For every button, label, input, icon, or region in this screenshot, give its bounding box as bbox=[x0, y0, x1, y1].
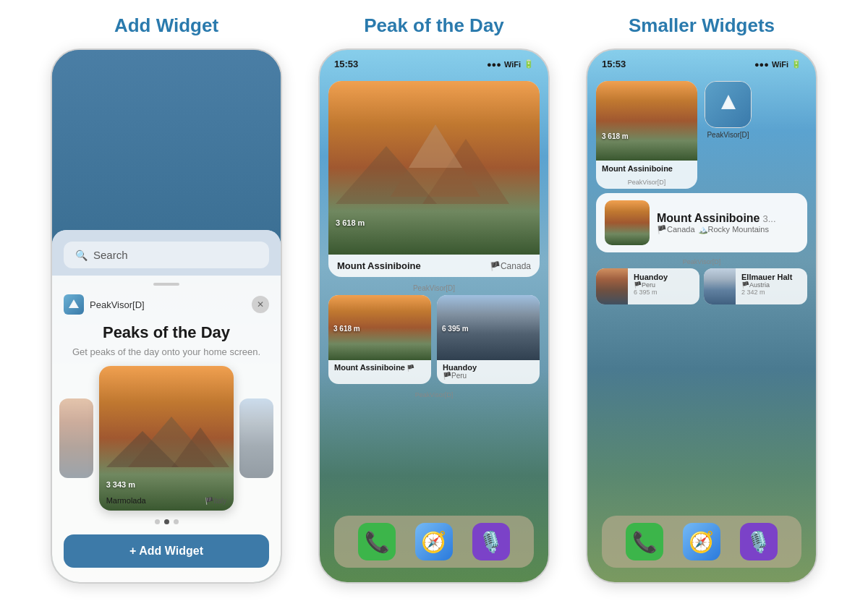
widget-name-row-1: Marmolada 🏴Italy bbox=[106, 496, 227, 505]
wifi-icon-3: WiFi bbox=[772, 60, 788, 69]
app-icon-small bbox=[64, 294, 84, 315]
bsw-info-2: Ellmauer Halt 🏴Austria 2 342 m bbox=[736, 268, 798, 304]
dot-1 bbox=[155, 519, 160, 524]
miw-sub-3: 🏴Canada 🏔️Rocky Mountains bbox=[657, 225, 799, 234]
add-widget-button[interactable]: + Add Widget bbox=[64, 534, 269, 568]
miw-img-3 bbox=[605, 200, 650, 245]
status-icons-3: ●●● WiFi 🔋 bbox=[754, 59, 801, 69]
bsw-country-2: 🏴Austria bbox=[741, 281, 792, 289]
section-2-title: Peak of the Day bbox=[364, 14, 504, 37]
status-bar-2: 15:53 ●●● WiFi 🔋 bbox=[320, 50, 548, 75]
miw-content-3: Mount Assiniboine 3... 🏴Canada 🏔️Rocky M… bbox=[657, 212, 799, 234]
dock-phone-3[interactable]: 📞 bbox=[626, 523, 663, 560]
medium-widget-label-3: PeakVisor[D] bbox=[587, 257, 816, 268]
dock-podcasts-2[interactable]: 🎙️ bbox=[472, 523, 510, 560]
large-widget-peak-name-2: Mount Assiniboine bbox=[337, 260, 421, 271]
sw-footer-2b: Huandoy 🏴Peru bbox=[437, 360, 540, 384]
sw-name-2b: Huandoy bbox=[443, 363, 534, 372]
handle-bar bbox=[153, 283, 179, 286]
search-bar[interactable]: 🔍 Search bbox=[64, 242, 269, 268]
signal-icon-3: ●●● bbox=[754, 60, 769, 69]
status-icons-2: ●●● WiFi 🔋 bbox=[487, 59, 534, 69]
phone-3: 15:53 ●●● WiFi 🔋 3 618 m Mount Assiniboi… bbox=[586, 48, 817, 584]
small-widget-img-2b: 6 395 m bbox=[437, 295, 540, 360]
bsw-elev-2: 2 342 m bbox=[741, 289, 792, 296]
large-widget-2: 3 618 m Mount Assiniboine 🏴Canada bbox=[328, 81, 540, 277]
widget-preview-main: 3 343 m Marmolada 🏴Italy bbox=[99, 366, 234, 511]
small-widget-2b: 6 395 m Huandoy 🏴Peru bbox=[437, 295, 540, 384]
top-large-label-3: PeakVisor[D] bbox=[596, 177, 697, 189]
dock-3: 📞 🧭 🎙️ bbox=[602, 516, 801, 568]
bsw-2: Ellmauer Halt 🏴Austria 2 342 m bbox=[704, 268, 807, 304]
dot-3 bbox=[174, 519, 179, 524]
small-widgets-row-2: 3 618 m Mount Assiniboine🏴 6 395 m Huand… bbox=[328, 295, 540, 384]
dock-safari-2[interactable]: 🧭 bbox=[415, 523, 453, 560]
miw-name-3: Mount Assiniboine bbox=[657, 212, 760, 225]
bsw-name-1: Huandoy bbox=[634, 273, 668, 281]
large-widget-elevation-2: 3 618 m bbox=[336, 218, 365, 227]
battery-icon-3: 🔋 bbox=[791, 59, 801, 69]
bottom-small-row-3: Huandoy 🏴Peru 6 395 m Ellmauer Halt 🏴Aus… bbox=[587, 268, 816, 309]
app-icon-3[interactable] bbox=[705, 81, 752, 128]
section-smaller-widgets: Smaller Widgets 15:53 ●●● WiFi 🔋 3 618 m bbox=[579, 14, 825, 584]
bsw-info-1: Huandoy 🏴Peru 6 395 m bbox=[628, 268, 673, 304]
top-large-widget-3: 3 618 m Mount Assiniboine PeakVisor[D] bbox=[596, 81, 697, 189]
status-time-2: 15:53 bbox=[334, 59, 358, 69]
widget-title: Peaks of the Day bbox=[103, 323, 230, 342]
small-widget-2a: 3 618 m Mount Assiniboine🏴 bbox=[328, 295, 431, 384]
large-widget-country-2: 🏴Canada bbox=[490, 261, 531, 271]
dots-row bbox=[155, 519, 179, 524]
dock-2: 📞 🧭 🎙️ bbox=[334, 516, 534, 568]
wifi-icon: WiFi bbox=[504, 60, 521, 69]
bsw-img-2 bbox=[704, 268, 736, 304]
svg-marker-6 bbox=[409, 124, 462, 168]
app-info-left: PeakVisor[D] bbox=[64, 294, 145, 315]
sw-elevation-2a: 3 618 m bbox=[333, 325, 360, 333]
app-name: PeakVisor[D] bbox=[90, 299, 145, 310]
close-button[interactable]: ✕ bbox=[252, 296, 269, 313]
large-widget-image-2: 3 618 m bbox=[328, 81, 540, 255]
battery-icon: 🔋 bbox=[524, 59, 534, 69]
app-icon-inner-3 bbox=[705, 82, 751, 127]
sw-country-2b: 🏴Peru bbox=[443, 372, 534, 380]
bsw-name-2: Ellmauer Halt bbox=[741, 273, 792, 281]
bsw-img-1 bbox=[596, 268, 628, 304]
miw-country-3: 🏴Canada bbox=[657, 225, 695, 234]
status-bar-3: 15:53 ●●● WiFi 🔋 bbox=[587, 50, 816, 75]
app-icon-container-3: PeakVisor[D] bbox=[705, 81, 752, 139]
section-3-title: Smaller Widgets bbox=[629, 14, 775, 37]
widget-panel: 🔍 Search PeakVisor[D] ✕ Peaks of the Day bbox=[52, 230, 281, 582]
miw-name-row-3: Mount Assiniboine 3... bbox=[657, 212, 799, 225]
section-peak-of-day: Peak of the Day 15:53 ●●● WiFi 🔋 bbox=[311, 14, 557, 584]
widget-country-1: 🏴Italy bbox=[205, 497, 226, 505]
search-container: 🔍 Search bbox=[52, 230, 281, 276]
top-widgets-row-3: 3 618 m Mount Assiniboine PeakVisor[D] P… bbox=[596, 81, 807, 189]
status-time-3: 15:53 bbox=[602, 59, 626, 69]
miw-elevation-suffix-3: 3... bbox=[763, 213, 776, 224]
medium-info-widget-3: Mount Assiniboine 3... 🏴Canada 🏔️Rocky M… bbox=[596, 193, 807, 252]
dock-podcasts-3[interactable]: 🎙️ bbox=[740, 523, 778, 560]
widget-preview-side-right bbox=[239, 398, 273, 478]
bsw-1: Huandoy 🏴Peru 6 395 m bbox=[596, 268, 699, 304]
widget-elevation-1: 3 343 m bbox=[106, 480, 135, 489]
widget-preview-area: 3 343 m Marmolada 🏴Italy bbox=[52, 366, 281, 511]
bsw-elev-1: 6 395 m bbox=[634, 289, 668, 296]
small-widget-label-2: PeakVisor[D] bbox=[320, 390, 548, 401]
bsw-country-1: 🏴Peru bbox=[634, 281, 668, 289]
widget-info-row: PeakVisor[D] ✕ bbox=[52, 291, 281, 320]
search-icon: 🔍 bbox=[75, 250, 88, 261]
phone-1: 🔍 Search PeakVisor[D] ✕ Peaks of the Day bbox=[51, 48, 282, 584]
widget-subtitle: Get peaks of the day onto your home scre… bbox=[72, 346, 260, 357]
top-elevation-3: 3 618 m bbox=[602, 132, 629, 140]
main-layout: Add Widget 🔍 Search bbox=[0, 0, 868, 584]
section-1-title: Add Widget bbox=[114, 14, 218, 37]
widget-preview-side-left bbox=[59, 398, 93, 478]
section-add-widget: Add Widget 🔍 Search bbox=[43, 14, 289, 584]
top-large-name-3: Mount Assiniboine bbox=[602, 164, 692, 173]
dock-phone-2[interactable]: 📞 bbox=[358, 523, 396, 560]
large-widget-label-2: PeakVisor[D] bbox=[320, 283, 548, 295]
widget-peak-name-1: Marmolada bbox=[106, 496, 146, 505]
sw-footer-2a: Mount Assiniboine🏴 bbox=[328, 360, 431, 376]
dock-safari-3[interactable]: 🧭 bbox=[683, 523, 720, 560]
large-widget-footer-2: Mount Assiniboine 🏴Canada bbox=[328, 255, 540, 277]
